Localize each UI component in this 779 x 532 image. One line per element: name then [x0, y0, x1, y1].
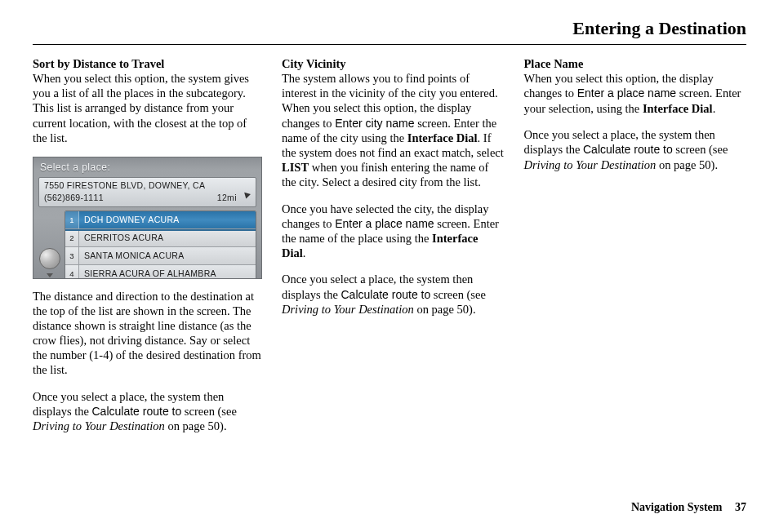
nav-row-num: 1: [65, 211, 79, 228]
divider: [33, 44, 746, 45]
screen-name: Calculate route to: [341, 288, 431, 301]
columns: Sort by Distance to Travel When you sele…: [33, 56, 746, 445]
screen-name: Enter a place name: [577, 86, 676, 100]
dial-knob-icon: [39, 248, 60, 269]
cross-ref: Driving to Your Destination: [33, 419, 165, 432]
col2-para1: City Vicinity The system allows you to f…: [282, 56, 505, 190]
direction-arrow-icon: [241, 190, 252, 202]
text: screen (see: [430, 288, 486, 301]
nav-screenshot: Select a place: 7550 FIRESTONE BLVD, DOW…: [33, 157, 262, 279]
text: when you finish entering the name of the…: [282, 161, 488, 188]
nav-row-2: 2 CERRITOS ACURA: [65, 229, 256, 247]
cross-ref: Driving to Your Destination: [282, 303, 414, 316]
cross-ref: Driving to Your Destination: [524, 158, 657, 171]
nav-row-label: SIERRA ACURA OF ALHAMBRA: [79, 268, 216, 279]
col3-para2: Once you select a place, the system then…: [524, 127, 747, 172]
nav-address: 7550 FIRESTONE BLVD, DOWNEY, CA: [44, 180, 251, 191]
text: .: [303, 246, 306, 259]
nav-row-num: 3: [65, 247, 79, 264]
nav-info-panel: 7550 FIRESTONE BLVD, DOWNEY, CA (562)869…: [38, 177, 256, 207]
text: screen (see: [181, 405, 237, 418]
nav-row-label: CERRITOS ACURA: [79, 233, 163, 243]
text: on page 50).: [414, 303, 476, 316]
column-3: Place Name When you select this option, …: [524, 56, 747, 445]
screen-name: Calculate route to: [583, 143, 673, 156]
down-label: DOWN: [40, 277, 60, 279]
page-number: 37: [735, 501, 746, 513]
control-name: LIST: [282, 161, 309, 174]
nav-row-label: DCH DOWNEY ACURA: [79, 215, 180, 225]
nav-row-num: 4: [65, 265, 79, 279]
text: on page 50).: [656, 158, 718, 171]
footer: Navigation System 37: [631, 501, 746, 514]
text: screen (see: [673, 143, 728, 156]
footer-label: Navigation System: [631, 501, 723, 513]
nav-row-num: 2: [65, 229, 79, 246]
scroll-control: DOWN: [38, 211, 61, 279]
nav-row-1: 1 DCH DOWNEY ACURA: [65, 211, 256, 229]
text: on page 50).: [165, 419, 227, 432]
col1-para1: Sort by Distance to Travel When you sele…: [33, 56, 262, 145]
column-1: Sort by Distance to Travel When you sele…: [33, 56, 262, 445]
col3-para1: Place Name When you select this option, …: [524, 56, 747, 116]
text: .: [713, 102, 716, 115]
nav-phone: (562)869-1111: [44, 193, 104, 203]
col1-p2: The distance and direction to the destin…: [33, 289, 262, 378]
screen-name: Enter city name: [335, 117, 414, 130]
nav-title: Select a place:: [33, 157, 261, 177]
control-name: Interface Dial: [643, 102, 713, 115]
column-2: City Vicinity The system allows you to f…: [282, 56, 505, 445]
page-title: Entering a Destination: [33, 18, 746, 39]
col1-p1: When you select this option, the system …: [33, 72, 249, 144]
nav-distance-wrap: 12mi: [217, 193, 251, 203]
col2-para2: Once you have selected the city, the dis…: [282, 202, 505, 261]
screen-name: Enter a place name: [335, 217, 434, 230]
col2-heading: City Vicinity: [282, 57, 346, 70]
col1-heading: Sort by Distance to Travel: [33, 57, 164, 70]
col2-para3: Once you select a place, the system then…: [282, 272, 505, 317]
nav-result-list: 1 DCH DOWNEY ACURA 2 CERRITOS ACURA 3 SA…: [65, 211, 256, 279]
nav-row-label: SANTA MONICA ACURA: [79, 250, 184, 261]
control-name: Interface Dial: [407, 131, 478, 144]
nav-row-4: 4 SIERRA ACURA OF ALHAMBRA: [65, 265, 256, 279]
nav-distance: 12mi: [217, 193, 237, 202]
screen-name: Calculate route to: [92, 405, 182, 418]
col3-heading: Place Name: [524, 57, 584, 70]
col1-p3: Once you select a place, the system then…: [33, 389, 262, 434]
nav-row-3: 3 SANTA MONICA ACURA: [65, 247, 256, 265]
